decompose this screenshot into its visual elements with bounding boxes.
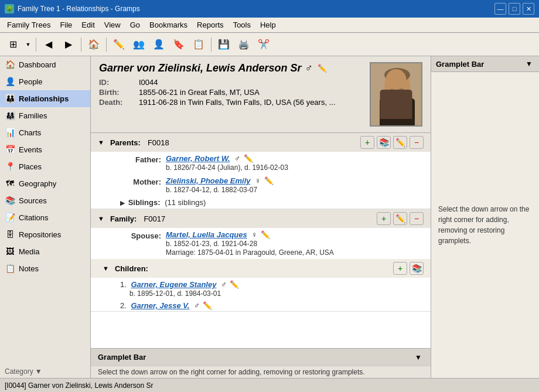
family-remove-button[interactable]: − bbox=[410, 212, 424, 225]
siblings-expand-icon[interactable]: ▶ bbox=[120, 199, 125, 206]
menu-view[interactable]: View bbox=[100, 19, 125, 31]
mother-dates: b. 1827-04-12, d. 1882-03-07 bbox=[166, 186, 424, 194]
sidebar-item-citations[interactable]: 📝 Citations bbox=[0, 209, 90, 226]
children-header: ▼ Children: + 📚 bbox=[91, 259, 431, 278]
child-2-link[interactable]: Garner, Jesse V. bbox=[131, 301, 189, 310]
toolbar: ⊞ ▼ ◀ ▶ 🏠 ✏️ 👥 👤 🔖 📋 💾 🖨️ ✂️ bbox=[0, 33, 539, 56]
menu-edit[interactable]: Edit bbox=[77, 19, 99, 31]
svg-point-6 bbox=[387, 88, 408, 100]
person-info: Garner von Zielinski, Lewis Anderson Sr … bbox=[99, 62, 363, 107]
svg-point-9 bbox=[395, 86, 399, 91]
spouse-link[interactable]: Martel, Luella Jacques bbox=[166, 230, 247, 239]
sidebar-item-people[interactable]: 👤 People bbox=[0, 73, 90, 90]
parents-remove-button[interactable]: − bbox=[410, 136, 424, 149]
family-section: ▼ Family: F0017 + ✏️ − Spouse: Martel, L… bbox=[91, 209, 431, 312]
sidebar-item-charts[interactable]: 📊 Charts bbox=[0, 124, 90, 141]
sidebar-label-charts: Charts bbox=[19, 128, 41, 137]
category-chevron-icon: ▼ bbox=[35, 367, 42, 376]
toolbar-home-button[interactable]: ⊞ bbox=[4, 36, 22, 53]
family-edit-button[interactable]: ✏️ bbox=[393, 212, 407, 225]
mother-edit-button[interactable]: ✏️ bbox=[263, 176, 275, 185]
toolbar-forward-button[interactable]: ▶ bbox=[59, 36, 78, 53]
sidebar-item-geography[interactable]: 🗺 Geography bbox=[0, 175, 90, 192]
toolbar-person-button[interactable]: 👤 bbox=[149, 36, 168, 53]
menu-tools[interactable]: Tools bbox=[228, 19, 255, 31]
mother-link[interactable]: Zielinski, Phoebe Emily bbox=[166, 176, 251, 185]
gramplet-bar-toggle-button[interactable]: ▼ bbox=[413, 353, 424, 362]
sidebar-item-places[interactable]: 📍 Places bbox=[0, 158, 90, 175]
sidebar-item-dashboard[interactable]: 🏠 Dashboard bbox=[0, 56, 90, 73]
toolbar-save-button[interactable]: 💾 bbox=[214, 36, 233, 53]
sidebar-item-repositories[interactable]: 🗄 Repositories bbox=[0, 226, 90, 243]
geography-icon: 🗺 bbox=[5, 178, 15, 189]
toolbar-clipboard-button[interactable]: 📋 bbox=[189, 36, 208, 53]
toolbar-people-button[interactable]: 👥 bbox=[129, 36, 148, 53]
main-area: 🏠 Dashboard 👤 People 👪 Relationships 👨‍👩… bbox=[0, 56, 539, 378]
parents-add-button[interactable]: + bbox=[360, 136, 374, 149]
toolbar-dropdown-1[interactable]: ▼ bbox=[23, 36, 33, 53]
father-name-row: Garner, Robert W. ♂ ✏️ bbox=[166, 154, 424, 163]
toolbar-bookmark-button[interactable]: 🔖 bbox=[169, 36, 188, 53]
parents-edit-button[interactable]: ✏️ bbox=[393, 136, 407, 149]
father-gender: ♂ bbox=[234, 154, 240, 163]
sidebar-item-events[interactable]: 📅 Events bbox=[0, 141, 90, 158]
toolbar-edit-button[interactable]: ✏️ bbox=[110, 36, 128, 53]
toolbar-person-home-button[interactable]: 🏠 bbox=[84, 36, 103, 53]
right-panel-arrow-button[interactable]: ▼ bbox=[524, 59, 534, 69]
close-button[interactable]: ✕ bbox=[523, 3, 534, 15]
toolbar-back-button[interactable]: ◀ bbox=[39, 36, 58, 53]
children-add-button[interactable]: + bbox=[393, 262, 407, 275]
father-edit-button[interactable]: ✏️ bbox=[243, 154, 254, 163]
notes-icon: 📋 bbox=[5, 263, 15, 274]
father-label: Father: bbox=[108, 154, 161, 164]
parents-book-button[interactable]: 📚 bbox=[377, 136, 391, 149]
toolbar-cut-button[interactable]: ✂️ bbox=[254, 36, 273, 53]
menu-family-trees[interactable]: Family Trees bbox=[2, 19, 55, 31]
sidebar-item-notes[interactable]: 📋 Notes bbox=[0, 260, 90, 277]
media-icon: 🖼 bbox=[5, 246, 15, 257]
child-2-edit-button[interactable]: ✏️ bbox=[202, 301, 213, 310]
gramplet-bar-header: Gramplet Bar ▼ bbox=[91, 348, 431, 366]
sidebar-label-families: Families bbox=[19, 111, 47, 120]
father-link[interactable]: Garner, Robert W. bbox=[166, 154, 230, 163]
relationships-content: ▼ Parents: F0018 + 📚 ✏️ − Father: bbox=[91, 133, 431, 348]
spouse-edit-button[interactable]: ✏️ bbox=[260, 230, 271, 239]
children-book-button[interactable]: 📚 bbox=[410, 262, 424, 275]
mother-row: Mother: Zielinski, Phoebe Emily ♀ ✏️ b. … bbox=[91, 174, 431, 196]
children-collapse-icon[interactable]: ▼ bbox=[103, 265, 109, 272]
sidebar-item-relationships[interactable]: 👪 Relationships bbox=[0, 90, 90, 107]
sidebar-item-media[interactable]: 🖼 Media bbox=[0, 243, 90, 260]
minimize-button[interactable]: — bbox=[494, 3, 506, 15]
child-1-link[interactable]: Garner, Eugene Stanley bbox=[131, 280, 216, 289]
child-2-num: 2. bbox=[120, 301, 127, 310]
sidebar-category-button[interactable]: Category ▼ bbox=[0, 365, 90, 378]
menu-reports[interactable]: Reports bbox=[192, 19, 228, 31]
spouse-data: Martel, Luella Jacques ♀ ✏️ b. 1852-01-2… bbox=[166, 230, 424, 257]
person-fields: ID: I0044 Birth: 1855-06-21 in Great Fal… bbox=[99, 78, 363, 107]
parents-collapse-icon[interactable]: ▼ bbox=[98, 139, 104, 146]
sidebar-item-sources[interactable]: 📚 Sources bbox=[0, 192, 90, 209]
citations-icon: 📝 bbox=[5, 212, 15, 223]
menu-bookmarks[interactable]: Bookmarks bbox=[145, 19, 192, 31]
sidebar-label-relationships: Relationships bbox=[19, 94, 69, 103]
family-collapse-icon[interactable]: ▼ bbox=[98, 215, 104, 222]
family-add-button[interactable]: + bbox=[377, 212, 391, 225]
menu-file[interactable]: File bbox=[55, 19, 77, 31]
sidebar-label-places: Places bbox=[19, 162, 42, 171]
edit-person-button[interactable]: ✏️ bbox=[316, 64, 328, 73]
menu-help[interactable]: Help bbox=[255, 19, 281, 31]
events-icon: 📅 bbox=[5, 144, 15, 155]
mother-data: Zielinski, Phoebe Emily ♀ ✏️ b. 1827-04-… bbox=[166, 176, 424, 194]
children-label: Children: bbox=[115, 264, 148, 273]
mother-label: Mother: bbox=[108, 176, 161, 186]
siblings-row[interactable]: ▶ Siblings: (11 siblings) bbox=[91, 196, 431, 209]
menu-go[interactable]: Go bbox=[125, 19, 145, 31]
spouse-gender: ♀ bbox=[251, 230, 257, 239]
toolbar-separator-2 bbox=[81, 38, 81, 52]
sidebar-item-families[interactable]: 👨‍👩‍👧 Families bbox=[0, 107, 90, 124]
child-1-edit-button[interactable]: ✏️ bbox=[228, 280, 240, 289]
maximize-button[interactable]: □ bbox=[509, 3, 520, 15]
father-data: Garner, Robert W. ♂ ✏️ b. 1826/7-04-24 (… bbox=[166, 154, 424, 172]
toolbar-print-button[interactable]: 🖨️ bbox=[234, 36, 253, 53]
svg-point-5 bbox=[384, 68, 410, 82]
